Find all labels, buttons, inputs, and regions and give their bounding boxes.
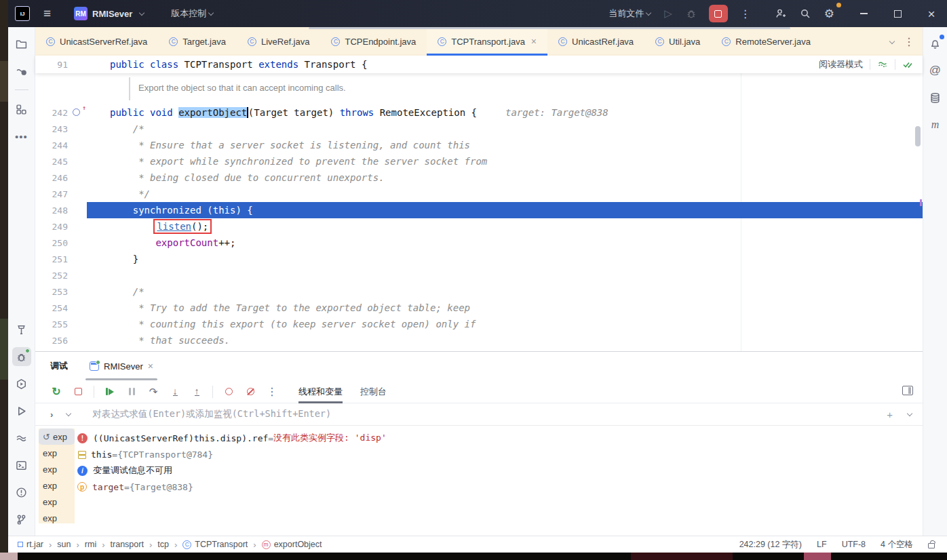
expression-input[interactable]: 对表达式求值(Enter)或添加监视(Ctrl+Shift+Enter) xyxy=(92,408,331,420)
caret-position[interactable]: 242:29 (12 字符) xyxy=(739,539,802,551)
debug-button[interactable] xyxy=(680,3,702,24)
expression-history-item[interactable]: exp xyxy=(39,510,75,523)
resume-program-icon[interactable] xyxy=(102,384,117,399)
editor-tab-util-java[interactable]: CUtil.java xyxy=(644,27,711,56)
editor-tab-tcpendpoint-java[interactable]: CTCPEndpoint.java xyxy=(320,27,427,56)
breadcrumb-item[interactable]: transport xyxy=(111,540,144,549)
expression-history-item[interactable]: exp xyxy=(39,445,75,461)
watch-row[interactable]: ptarget = {Target@838} xyxy=(35,479,923,495)
database-toolwindow-icon[interactable] xyxy=(926,88,945,107)
breadcrumb-item[interactable]: sun xyxy=(57,540,71,549)
collapse-chevron-icon[interactable] xyxy=(907,410,912,416)
watch-row[interactable]: this = {TCPTransport@784} xyxy=(35,446,923,462)
ai-assistant-icon[interactable]: @ xyxy=(926,61,945,80)
editor-tab-tcptransport-java[interactable]: CTCPTransport.java× xyxy=(427,27,547,56)
breadcrumb-item[interactable]: mexportObject xyxy=(262,540,322,549)
gutter-line-number[interactable]: 253 xyxy=(35,286,87,297)
window-minimize-button[interactable] xyxy=(848,0,879,27)
gutter-line-number[interactable]: 255 xyxy=(35,319,87,329)
rerun-debug-icon[interactable]: ↻ xyxy=(49,384,64,399)
code-line-250[interactable]: 250 exportCount++; xyxy=(35,235,923,251)
settings-gear-icon[interactable]: ⚙ xyxy=(819,3,840,24)
project-widget[interactable]: RM RMISever xyxy=(74,7,144,20)
debug-panel-title[interactable]: 调试 xyxy=(50,360,68,372)
code-line-243[interactable]: 243 /* xyxy=(35,121,923,137)
debug-toolwindow-icon[interactable] xyxy=(12,347,31,366)
inspection-highlights-icon[interactable] xyxy=(877,59,888,70)
breadcrumb-item[interactable]: rmi xyxy=(85,540,96,549)
gutter-line-number[interactable]: 244 xyxy=(35,140,87,151)
profiler-toolwindow-icon[interactable] xyxy=(12,428,31,447)
commit-toolwindow-icon[interactable]: ? xyxy=(12,61,31,80)
run-config-selector[interactable]: 当前文件 xyxy=(603,3,656,24)
editor-tab-target-java[interactable]: CTarget.java xyxy=(158,27,237,56)
run-button[interactable]: ▷ xyxy=(659,3,678,24)
run-toolwindow-icon[interactable] xyxy=(12,401,31,420)
project-toolwindow-icon[interactable] xyxy=(12,34,31,53)
expression-history-item[interactable]: exp xyxy=(39,461,75,477)
code-line-254[interactable]: 254 * Try to add the Target to the expor… xyxy=(35,300,923,316)
code-line-247[interactable]: 247 */ xyxy=(35,186,923,202)
code-line-248[interactable]: 248 synchronized (this) { xyxy=(35,202,923,218)
code-line-245[interactable]: 245 * export while synchronized to preve… xyxy=(35,153,923,169)
code-line-242[interactable]: 242↑public void exportObject(Target targ… xyxy=(35,104,923,121)
expression-evaluate-row[interactable]: › 对表达式求值(Enter)或添加监视(Ctrl+Shift+Enter) + xyxy=(35,403,923,426)
window-close-button[interactable]: × xyxy=(916,0,947,27)
gutter-line-number[interactable]: 252 xyxy=(35,270,87,281)
gutter-line-number[interactable]: 251 xyxy=(35,254,87,264)
tab-options-icon[interactable]: ⋮ xyxy=(904,35,914,48)
notifications-bell-icon[interactable] xyxy=(926,34,945,53)
breadcrumb-item[interactable]: rt.jar xyxy=(18,540,43,549)
gutter-line-number[interactable]: 249 xyxy=(35,221,87,232)
debug-view-tab[interactable]: 控制台 xyxy=(360,380,387,403)
indent-setting[interactable]: 4 个空格 xyxy=(881,539,913,551)
layout-settings-icon[interactable] xyxy=(902,386,913,395)
step-into-icon[interactable]: ↓ xyxy=(168,384,182,399)
step-out-icon[interactable]: ↑ xyxy=(189,384,204,399)
close-icon[interactable]: × xyxy=(531,36,537,47)
debug-session-tab[interactable]: RMISever × xyxy=(85,352,157,380)
editor-scrollbar[interactable] xyxy=(915,126,921,146)
add-watch-icon[interactable]: + xyxy=(887,409,893,420)
expression-history-item[interactable]: exp xyxy=(39,494,75,510)
more-actions-icon[interactable]: ⋮ xyxy=(735,3,756,24)
breadcrumb-item[interactable]: CTCPTransport xyxy=(182,540,248,549)
gutter-line-number[interactable]: 248 xyxy=(35,205,87,216)
services-toolwindow-icon[interactable] xyxy=(12,374,31,393)
window-maximize-button[interactable] xyxy=(882,0,913,27)
breadcrumb-item[interactable]: tcp xyxy=(157,540,169,549)
file-encoding[interactable]: UTF-8 xyxy=(842,540,866,549)
mute-breakpoints-icon[interactable] xyxy=(243,384,258,399)
build-toolwindow-icon[interactable] xyxy=(12,320,31,339)
code-line-253[interactable]: 253 /* xyxy=(35,283,923,300)
gutter-line-number[interactable]: 245 xyxy=(35,156,87,167)
editor-tab-unicastref-java[interactable]: CUnicastRef.java xyxy=(547,27,644,56)
gutter-line-number[interactable]: 242↑ xyxy=(35,107,87,118)
problems-toolwindow-icon[interactable] xyxy=(12,483,31,502)
gutter-line-number[interactable]: 256 xyxy=(35,335,87,346)
code-line-256[interactable]: 256 * that succeeds. xyxy=(35,332,923,348)
step-over-icon[interactable]: ↷ xyxy=(146,384,161,399)
inspections-ok-icon[interactable] xyxy=(902,59,913,70)
more-toolwindows-icon[interactable]: ••• xyxy=(12,127,31,146)
gutter-line-number[interactable]: 254 xyxy=(35,302,87,313)
expression-history-item[interactable]: ↺exp xyxy=(39,428,75,445)
error-stripe-mark[interactable] xyxy=(920,199,922,206)
terminal-toolwindow-icon[interactable] xyxy=(12,456,31,475)
line-separator[interactable]: LF xyxy=(817,540,827,549)
git-toolwindow-icon[interactable] xyxy=(12,510,31,529)
debug-more-icon[interactable]: ⋮ xyxy=(265,384,279,399)
tab-scrollbar[interactable] xyxy=(309,27,790,29)
gutter-line-number[interactable]: 250 xyxy=(35,237,87,248)
code-with-me-icon[interactable] xyxy=(770,3,792,24)
stop-button[interactable] xyxy=(709,5,728,22)
sticky-header-line[interactable]: 91 public class TCPTransport extends Tra… xyxy=(35,56,923,73)
close-icon[interactable]: × xyxy=(148,361,153,372)
pause-program-icon[interactable] xyxy=(124,384,139,399)
reader-mode-label[interactable]: 阅读器模式 xyxy=(819,58,863,71)
chevron-down-icon[interactable] xyxy=(66,411,71,416)
editor-tab-unicastserverref-java[interactable]: CUnicastServerRef.java xyxy=(35,27,158,56)
code-line-252[interactable]: 252 xyxy=(35,267,923,283)
editor-tab-remoteserver-java[interactable]: CRemoteServer.java xyxy=(711,27,822,56)
gutter-line-number[interactable]: 247 xyxy=(35,188,87,199)
